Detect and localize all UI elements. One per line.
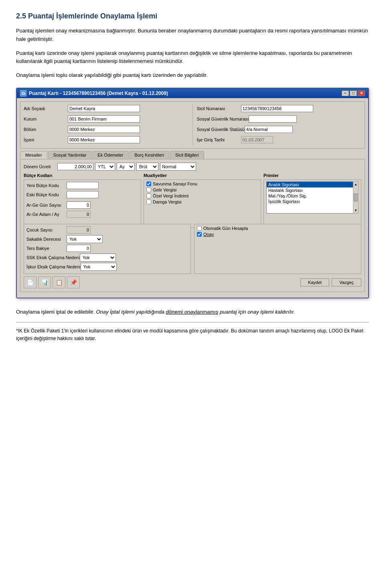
primler-col: Primler Analık Sigortası Hastalık Sigort… <box>263 173 361 222</box>
tab-mesailer[interactable]: Mesailer <box>20 151 47 159</box>
donem-ucreti-label: Dönem Ücreti <box>24 164 56 169</box>
onay-checkbox[interactable] <box>197 232 202 237</box>
vazgec-button[interactable]: Vazgeç <box>332 278 361 286</box>
eski-butce-row: Eski Bütçe Kodu <box>26 191 138 199</box>
titlebar: 🗂 Puantaj Kartı - 1234567890123456 (Deme… <box>17 89 368 98</box>
ters-bakiye-input[interactable] <box>67 245 91 252</box>
tabs-container: Mesailer Sosyal Yardımlar Ek Ödemeler Bo… <box>20 151 365 292</box>
sosyal-stat-input[interactable] <box>245 126 293 133</box>
savunma-checkbox[interactable] <box>146 181 151 186</box>
arge-gun-row: Ar-Ge Gün Sayısı <box>26 201 138 209</box>
iskur-label: İşkur Eksik Çalışma Nedeni <box>26 264 81 269</box>
scroll-down-icon[interactable]: ▼ <box>354 209 357 212</box>
button-row: 📄 📊 📋 📌 Kaydet Vazgeç <box>24 276 361 288</box>
primler-listbox-container: Analık Sigortası Hastalık Sigortası Mal.… <box>266 181 359 213</box>
list-item-analik[interactable]: Analık Sigortası <box>267 182 353 187</box>
butce-kodlari-col: Bütçe Kodları Yeni Bütçe Kodu Eski Bütçe… <box>24 173 141 222</box>
sosyal-guv-input[interactable] <box>249 115 297 123</box>
para5-text: Onay İptal işlemi yapıldığında dönemi on… <box>96 309 295 315</box>
bolum-input[interactable] <box>68 126 140 133</box>
kurum-input[interactable] <box>68 115 140 123</box>
kaydet-button[interactable]: Kaydet <box>300 278 329 286</box>
sosyal-stat-label: Sosyal Güvenlik Statüsü <box>197 127 245 132</box>
primler-listbox[interactable]: Analık Sigortası Hastalık Sigortası Mal.… <box>266 181 353 213</box>
bottom-right-subsection: Otomatik Gün Hesapla Onay <box>194 224 361 274</box>
primler-scrollbar[interactable]: ▲ ▼ <box>353 181 359 213</box>
tab-sicil-bilgileri[interactable]: Sicil Bilgileri <box>170 151 204 159</box>
list-item-hastalik[interactable]: Hastalık Sigortası <box>267 187 353 193</box>
tab-sosyal-yardimlar[interactable]: Sosyal Yardımlar <box>48 151 92 159</box>
titlebar-left: 🗂 Puantaj Kartı - 1234567890123456 (Deme… <box>20 90 168 97</box>
cocuk-input[interactable] <box>67 226 91 234</box>
cocuk-label: Çocuk Sayısı <box>26 228 67 232</box>
ise-giris-row: İşe Giriş Tarihi <box>197 135 362 144</box>
donem-ucreti-input[interactable] <box>57 163 93 170</box>
ssk-row: SSK Eksik Çalışma Nedeni Yok <box>26 254 188 262</box>
sakatlik-row: Sakatlık Derecesi Yok <box>26 235 188 243</box>
ssk-select[interactable]: Yok <box>80 254 116 262</box>
window-content: Adı Soyadı Kurum Bölüm İşyeri <box>17 98 368 298</box>
brut-net-select[interactable]: Brüt <box>136 163 158 171</box>
yeni-butce-input[interactable] <box>67 182 99 189</box>
toolbar-btn-2[interactable]: 📊 <box>38 276 51 288</box>
list-item-issizlik[interactable]: İşsizlik Sigortası <box>267 199 353 204</box>
ozel-vergi-checkbox[interactable] <box>146 193 151 198</box>
titlebar-buttons: − □ ✕ <box>342 91 365 96</box>
eski-butce-label: Eski Bütçe Kodu <box>26 192 67 197</box>
adi-soyadi-row: Adı Soyadı <box>24 104 188 113</box>
top-form-right: Sicil Numarası Sosyal Güvenlik Numarası … <box>192 104 362 146</box>
primler-title: Primler <box>263 173 361 178</box>
minimize-button[interactable]: − <box>342 91 349 96</box>
close-button[interactable]: ✕ <box>358 91 365 96</box>
savunma-label: Savunma Sanayi Fonu <box>153 181 197 186</box>
muafiyetler-section: Savunma Sanayi Fonu Gelir Vergisi Özel V… <box>144 179 261 228</box>
tab-ek-odemeler[interactable]: Ek Ödemeler <box>92 151 128 159</box>
bolum-row: Bölüm <box>24 125 188 134</box>
scroll-up-icon[interactable]: ▲ <box>354 183 357 186</box>
muafiyetler-title: Muafiyetler <box>144 173 261 178</box>
adi-soyadi-input[interactable] <box>68 105 140 112</box>
gelir-checkbox[interactable] <box>146 187 151 192</box>
sosyal-guv-label: Sosyal Güvenlik Numarası <box>197 117 249 121</box>
ters-bakiye-label: Ters Bakiye <box>26 246 67 251</box>
adi-soyadi-label: Adı Soyadı <box>24 106 68 111</box>
sicil-input[interactable] <box>241 105 313 112</box>
currency-select[interactable]: YTL <box>95 163 115 171</box>
sakatlik-select[interactable]: Yok <box>67 235 103 243</box>
top-form-left: Adı Soyadı Kurum Bölüm İşyeri <box>24 104 192 146</box>
top-form: Adı Soyadı Kurum Bölüm İşyeri <box>24 104 361 146</box>
ise-giris-input[interactable] <box>241 136 273 143</box>
isyeri-input[interactable] <box>68 136 140 143</box>
otomatik-gun-label: Otomatik Gün Hesapla <box>203 226 248 231</box>
footer-note-text: *IK Ek Özellik Paketi 1'in içerikleri ku… <box>16 328 363 341</box>
toolbar-btn-4[interactable]: 📌 <box>67 276 80 288</box>
three-col-section: Bütçe Kodları Yeni Bütçe Kodu Eski Bütçe… <box>24 173 361 222</box>
onay-label: Onay <box>203 232 214 237</box>
arge-adam-input[interactable] <box>67 211 91 218</box>
gelir-label: Gelir Vergisi <box>153 187 176 192</box>
otomatik-gun-checkbox[interactable] <box>197 226 202 231</box>
primler-section: Analık Sigortası Hastalık Sigortası Mal.… <box>263 179 361 228</box>
ozel-vergi-row: Özel Vergi İndirimi <box>146 193 258 198</box>
yeni-butce-row: Yeni Bütçe Kodu <box>26 181 138 189</box>
tabs-row: Mesailer Sosyal Yardımlar Ek Ödemeler Bo… <box>20 151 365 159</box>
eski-butce-input[interactable] <box>67 191 99 198</box>
damga-checkbox[interactable] <box>146 199 151 204</box>
normal-select[interactable]: Normal <box>160 163 196 171</box>
iskur-select[interactable]: Yok <box>81 263 117 271</box>
bottom-right-section: Otomatik Gün Hesapla Onay <box>194 224 361 274</box>
para4-text: Onaylama işlemi iptal de edilebilir. <box>16 309 95 315</box>
maximize-button[interactable]: □ <box>350 91 357 96</box>
otomatik-gun-row: Otomatik Gün Hesapla <box>197 226 359 231</box>
ozel-vergi-label: Özel Vergi İndirimi <box>153 193 188 198</box>
period-select[interactable]: Ay <box>117 163 135 171</box>
tab-borc-kesintileri[interactable]: Borç Kesintileri <box>130 151 169 159</box>
para5-underline: dönemi onaylanmamış <box>166 309 219 315</box>
arge-gun-input[interactable] <box>67 201 91 209</box>
paragraph-3: Onaylama işlemi toplu olarak yapılabildi… <box>16 71 369 80</box>
list-item-mal-yas[interactable]: Mal./Yaş./Ölüm Sig. <box>267 193 353 199</box>
toolbar-btn-1[interactable]: 📄 <box>24 276 36 288</box>
toolbar-icons: 📄 📊 📋 📌 <box>24 276 80 288</box>
toolbar-btn-3[interactable]: 📋 <box>53 276 65 288</box>
paragraph-1: Puantaj işlemleri onay mekanizmasına bağ… <box>16 27 369 44</box>
